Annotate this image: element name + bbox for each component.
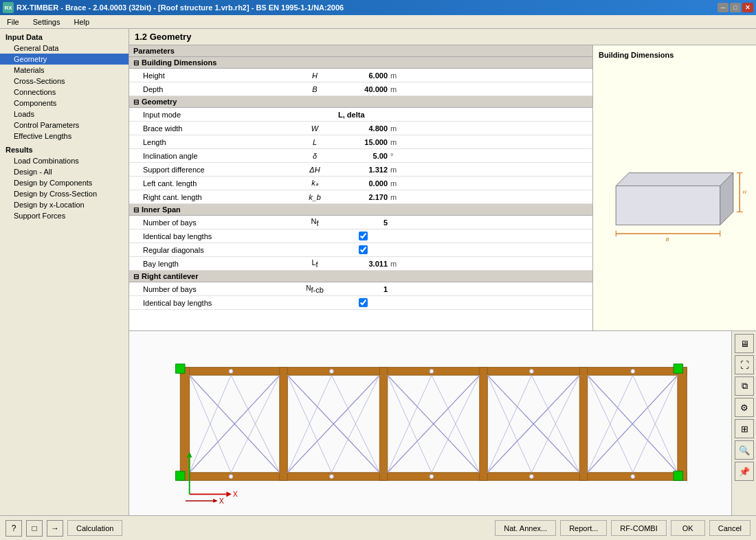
nat-annex-button[interactable]: Nat. Annex... — [495, 520, 556, 536]
svg-rect-63 — [176, 364, 185, 373]
building-3d-diagram: H B — [599, 62, 751, 336]
input-data-header: Input Data — [0, 32, 129, 43]
brace-structure-svg: X X — [129, 331, 731, 515]
svg-rect-17 — [180, 368, 189, 481]
svg-text:X: X — [233, 490, 238, 498]
minimize-button[interactable]: ─ — [718, 3, 729, 12]
sidebar-item-design-all[interactable]: Design - All — [0, 166, 129, 177]
svg-rect-65 — [674, 364, 682, 373]
svg-point-55 — [430, 370, 434, 374]
cancel-button[interactable]: Cancel — [709, 520, 751, 536]
checkbox-regular-diagonals[interactable] — [359, 245, 368, 254]
diagram-title: Building Dimensions — [599, 51, 751, 59]
svg-rect-64 — [176, 471, 185, 480]
menu-help[interactable]: Help — [69, 16, 93, 27]
building-diagram-area: Building Dimensions — [593, 45, 756, 330]
param-rc-num-bays: Number of bays Nf-cb 1 — [129, 282, 592, 296]
param-input-mode: Input mode L, delta — [129, 108, 592, 122]
svg-point-58 — [229, 475, 233, 479]
svg-text:B: B — [666, 237, 669, 242]
structure-diagram-area: X X 🖥 ⛶ ⧉ ⚙ ⊞ 🔍 — [129, 330, 756, 515]
sidebar-item-design-by-cross-section[interactable]: Design by Cross-Section — [0, 188, 129, 199]
icon-copy[interactable]: ⧉ — [735, 376, 754, 396]
svg-point-60 — [430, 475, 434, 479]
svg-marker-4 — [616, 186, 720, 225]
svg-rect-18 — [678, 368, 687, 481]
sidebar-item-components[interactable]: Components — [0, 98, 129, 109]
export-icon-btn[interactable]: → — [47, 520, 63, 537]
sidebar-item-load-combinations[interactable]: Load Combinations — [0, 155, 129, 166]
calculation-button[interactable]: Calculation — [67, 520, 122, 536]
sidebar-item-design-by-components[interactable]: Design by Components — [0, 177, 129, 188]
toggle-building-dimensions[interactable]: ⊟ — [133, 59, 139, 67]
section-building-dimensions: ⊟ Building Dimensions — [129, 57, 592, 69]
param-length: Length L 15.000 m — [129, 135, 592, 149]
params-header: Parameters — [129, 45, 592, 57]
icon-display[interactable]: 🖥 — [735, 334, 754, 353]
param-left-cant: Left cant. length kₐ 0.000 m — [129, 177, 592, 190]
svg-point-61 — [530, 475, 534, 479]
svg-point-54 — [330, 370, 334, 374]
sidebar-item-general-data[interactable]: General Data — [0, 43, 129, 54]
results-header: Results — [0, 144, 129, 155]
bottom-bar: ? □ → Calculation Nat. Annex... Report..… — [0, 515, 756, 540]
right-icons: 🖥 ⛶ ⧉ ⚙ ⊞ 🔍 📌 — [731, 331, 756, 515]
param-height: Height H 6.000 m — [129, 69, 592, 82]
sidebar: Input Data General Data Geometry Materia… — [0, 29, 129, 515]
section-right-cantilever: ⊟ Right cantilever — [129, 271, 592, 282]
param-support-diff: Support difference ΔH 1.312 m — [129, 163, 592, 177]
svg-text:X: X — [219, 497, 224, 505]
sidebar-item-geometry[interactable]: Geometry — [0, 54, 129, 65]
param-right-cant: Right cant. length k_b 2.170 m — [129, 190, 592, 204]
menu-file[interactable]: File — [3, 16, 23, 27]
open-icon-btn[interactable]: □ — [26, 520, 43, 537]
toggle-geometry[interactable]: ⊟ — [133, 98, 139, 106]
sidebar-item-control-parameters[interactable]: Control Parameters — [0, 120, 129, 131]
icon-grid[interactable]: ⊞ — [735, 419, 754, 438]
svg-text:H: H — [743, 190, 747, 194]
sidebar-item-cross-sections[interactable]: Cross-Sections — [0, 76, 129, 87]
icon-zoom-extents[interactable]: ⛶ — [735, 355, 754, 374]
param-rc-identical-bay-lengths: Identical bay lengths — [129, 296, 592, 310]
svg-point-53 — [229, 370, 233, 374]
svg-point-57 — [631, 370, 635, 374]
icon-pin[interactable]: 📌 — [735, 462, 754, 481]
sidebar-item-support-forces[interactable]: Support Forces — [0, 210, 129, 221]
icon-settings[interactable]: ⚙ — [735, 398, 754, 417]
svg-point-56 — [530, 370, 534, 374]
sidebar-item-design-by-x-location[interactable]: Design by x-Location — [0, 199, 129, 210]
sidebar-item-connections[interactable]: Connections — [0, 87, 129, 98]
svg-rect-22 — [579, 368, 587, 481]
help-icon-btn[interactable]: ? — [5, 520, 22, 537]
svg-rect-21 — [480, 368, 487, 481]
checkbox-rc-identical-bay-lengths[interactable] — [359, 298, 368, 307]
toggle-right-cantilever[interactable]: ⊟ — [133, 273, 139, 280]
param-regular-diagonals: Regular diagonals — [129, 243, 592, 257]
checkbox-identical-bay-lengths[interactable] — [359, 232, 368, 240]
sidebar-item-effective-lengths[interactable]: Effective Lengths — [0, 131, 129, 142]
maximize-button[interactable]: □ — [730, 3, 741, 12]
page-header: 1.2 Geometry — [129, 29, 756, 45]
section-inner-span: ⊟ Inner Span — [129, 204, 592, 216]
rf-combi-button[interactable]: RF-COMBI — [611, 520, 666, 536]
toggle-inner-span[interactable]: ⊟ — [133, 206, 139, 214]
svg-point-59 — [330, 475, 334, 479]
section-geometry: ⊟ Geometry — [129, 96, 592, 108]
window-title: RX-TIMBER - Brace - 2.04.0003 (32bit) - … — [16, 3, 344, 12]
svg-rect-19 — [280, 368, 287, 481]
svg-rect-14 — [161, 331, 700, 515]
sidebar-item-loads[interactable]: Loads — [0, 109, 129, 120]
close-button[interactable]: ✕ — [742, 3, 753, 12]
ok-button[interactable]: OK — [671, 520, 705, 536]
sidebar-item-materials[interactable]: Materials — [0, 65, 129, 76]
param-brace-width: Brace width W 4.800 m — [129, 122, 592, 135]
svg-rect-20 — [379, 368, 387, 481]
report-button[interactable]: Report... — [560, 520, 607, 536]
app-icon: RX — [3, 2, 14, 13]
svg-marker-3 — [616, 173, 733, 186]
menu-settings[interactable]: Settings — [29, 16, 65, 27]
param-identical-bay-lengths: Identical bay lengths — [129, 229, 592, 243]
param-bay-length: Bay length Lf 3.011 m — [129, 257, 592, 271]
icon-zoom[interactable]: 🔍 — [735, 440, 754, 460]
param-depth: Depth B 40.000 m — [129, 82, 592, 96]
